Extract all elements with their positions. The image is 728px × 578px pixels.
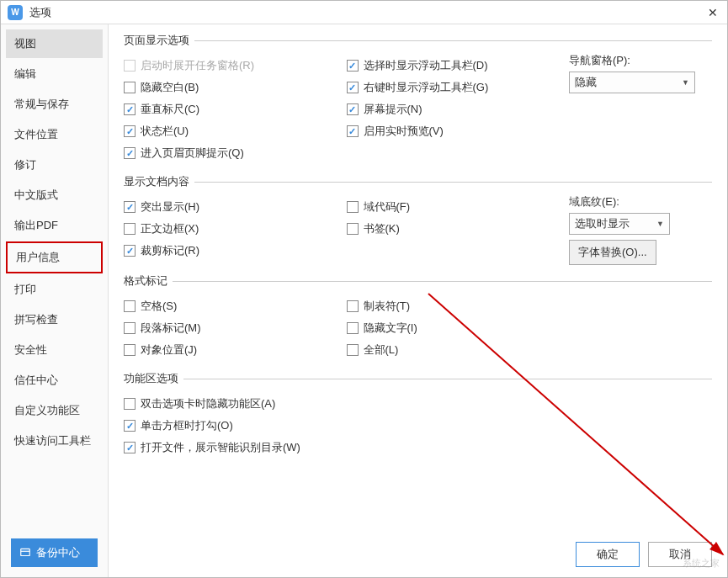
ribbon-opt-0-checkbox[interactable] xyxy=(124,398,136,410)
format-mark-opt-1-checkbox[interactable] xyxy=(124,322,136,334)
format-mark-opt-1-label: 段落标记(M) xyxy=(141,321,201,336)
page-display-opt-b-3-checkbox[interactable] xyxy=(347,125,359,137)
cancel-button[interactable]: 取消 xyxy=(648,542,712,567)
doc-content-opt-0: 突出显示(H) xyxy=(124,198,347,216)
sidebar-item-2[interactable]: 常规与保存 xyxy=(6,90,103,119)
chevron-down-icon: ▼ xyxy=(656,220,664,228)
sidebar: 视图编辑常规与保存文件位置修订中文版式输出PDF用户信息打印拼写检查安全性信任中… xyxy=(1,24,109,577)
format-mark-opt-0-checkbox[interactable] xyxy=(124,300,136,312)
nav-pane-label: 导航窗格(P): xyxy=(569,53,712,68)
format-mark-opt-b-0: 制表符(T) xyxy=(347,297,570,316)
page-display-opt-b-2-checkbox[interactable] xyxy=(347,103,359,115)
format-mark-opt-0-label: 空格(S) xyxy=(141,299,177,314)
format-mark-opt-b-2-label: 全部(L) xyxy=(364,342,399,358)
group-format-marks: 格式标记 空格(S)段落标记(M)对象位置(J) 制表符(T)隐藏文字(I)全部… xyxy=(124,273,712,363)
field-shading-label: 域底纹(E): xyxy=(569,194,712,209)
page-display-opt-0-checkbox xyxy=(124,60,136,72)
page-display-opt-3-label: 状态栏(U) xyxy=(141,124,189,139)
page-display-opt-4-checkbox[interactable] xyxy=(124,147,136,159)
group-legend: 功能区选项 xyxy=(124,371,183,386)
backup-center-button[interactable]: 备份中心 xyxy=(11,538,98,567)
sidebar-item-5[interactable]: 中文版式 xyxy=(6,181,103,209)
page-display-opt-b-1: 右键时显示浮动工具栏(G) xyxy=(347,78,570,97)
sidebar-item-7[interactable]: 用户信息 xyxy=(6,241,103,273)
doc-content-opt-b-0: 域代码(F) xyxy=(347,198,570,216)
options-window: W 选项 ✕ 视图编辑常规与保存文件位置修订中文版式输出PDF用户信息打印拼写检… xyxy=(0,0,728,578)
doc-content-opt-b-0-checkbox[interactable] xyxy=(347,201,359,213)
ribbon-opt-2-label: 打开文件，展示智能识别目录(W) xyxy=(141,440,300,455)
ribbon-opt-0-label: 双击选项卡时隐藏功能区(A) xyxy=(141,396,275,411)
sidebar-item-0[interactable]: 视图 xyxy=(6,29,103,58)
page-display-opt-3: 状态栏(U) xyxy=(124,122,347,141)
page-display-opt-0: 启动时展开任务窗格(R) xyxy=(124,56,347,75)
format-mark-opt-1: 段落标记(M) xyxy=(124,319,347,337)
ribbon-opt-0: 双击选项卡时隐藏功能区(A) xyxy=(124,395,712,413)
doc-content-opt-0-label: 突出显示(H) xyxy=(141,199,199,215)
field-shading-select[interactable]: 选取时显示 ▼ xyxy=(569,213,670,235)
page-display-opt-b-3: 启用实时预览(V) xyxy=(347,122,570,141)
format-mark-opt-b-1: 隐藏文字(I) xyxy=(347,319,570,337)
format-mark-opt-b-2-checkbox[interactable] xyxy=(347,344,359,356)
sidebar-item-9[interactable]: 拼写检查 xyxy=(6,305,103,334)
sidebar-item-12[interactable]: 自定义功能区 xyxy=(6,396,103,425)
ribbon-opt-1-label: 单击方框时打勾(O) xyxy=(141,418,233,433)
page-display-opt-4-label: 进入页眉页脚提示(Q) xyxy=(141,146,244,161)
doc-content-opt-1-checkbox[interactable] xyxy=(124,223,136,235)
page-display-opt-b-0-checkbox[interactable] xyxy=(347,60,359,72)
doc-content-opt-2-checkbox[interactable] xyxy=(124,245,136,257)
app-logo-icon: W xyxy=(8,5,23,20)
format-mark-opt-2-checkbox[interactable] xyxy=(124,344,136,356)
sidebar-item-3[interactable]: 文件位置 xyxy=(6,120,103,149)
sidebar-item-11[interactable]: 信任中心 xyxy=(6,366,103,395)
doc-content-opt-b-1: 书签(K) xyxy=(347,220,570,238)
page-display-opt-1: 隐藏空白(B) xyxy=(124,78,347,97)
format-mark-opt-b-1-checkbox[interactable] xyxy=(347,322,359,334)
ribbon-opt-1: 单击方框时打勾(O) xyxy=(124,416,712,435)
page-display-opt-2-checkbox[interactable] xyxy=(124,103,136,115)
ribbon-opt-1-checkbox[interactable] xyxy=(124,420,136,432)
page-display-opt-3-checkbox[interactable] xyxy=(124,125,136,137)
page-display-opt-b-0-label: 选择时显示浮动工具栏(D) xyxy=(364,58,488,73)
window-body: 视图编辑常规与保存文件位置修订中文版式输出PDF用户信息打印拼写检查安全性信任中… xyxy=(1,24,727,577)
ribbon-opt-2-checkbox[interactable] xyxy=(124,442,136,453)
page-display-opt-1-label: 隐藏空白(B) xyxy=(141,80,199,95)
backup-icon xyxy=(19,547,31,559)
sidebar-item-10[interactable]: 安全性 xyxy=(6,336,103,364)
format-mark-opt-b-2: 全部(L) xyxy=(347,341,570,359)
ok-button[interactable]: 确定 xyxy=(576,542,640,567)
doc-content-opt-2: 裁剪标记(R) xyxy=(124,241,347,260)
sidebar-item-13[interactable]: 快速访问工具栏 xyxy=(6,427,103,455)
page-display-opt-b-1-checkbox[interactable] xyxy=(347,82,359,93)
doc-content-opt-b-0-label: 域代码(F) xyxy=(364,199,411,215)
chevron-down-icon: ▼ xyxy=(682,78,689,87)
format-mark-opt-b-0-label: 制表符(T) xyxy=(364,299,411,314)
doc-content-opt-b-1-checkbox[interactable] xyxy=(347,223,359,235)
sidebar-item-1[interactable]: 编辑 xyxy=(6,60,103,88)
content-panel: 页面显示选项 启动时展开任务窗格(R)隐藏空白(B)垂直标尺(C)状态栏(U)进… xyxy=(109,24,727,577)
group-page-display: 页面显示选项 启动时展开任务窗格(R)隐藏空白(B)垂直标尺(C)状态栏(U)进… xyxy=(124,33,712,166)
titlebar: W 选项 ✕ xyxy=(1,1,727,24)
nav-pane-value: 隐藏 xyxy=(575,75,597,90)
sidebar-item-8[interactable]: 打印 xyxy=(6,275,103,304)
group-doc-content: 显示文档内容 突出显示(H)正文边框(X)裁剪标记(R) 域代码(F)书签(K)… xyxy=(124,174,712,265)
page-display-opt-b-2: 屏幕提示(N) xyxy=(347,100,570,119)
svg-rect-0 xyxy=(21,549,30,555)
page-display-opt-b-2-label: 屏幕提示(N) xyxy=(364,102,422,117)
group-legend: 格式标记 xyxy=(124,273,173,289)
sidebar-item-6[interactable]: 输出PDF xyxy=(6,211,103,240)
format-mark-opt-b-1-label: 隐藏文字(I) xyxy=(364,321,417,336)
format-mark-opt-b-0-checkbox[interactable] xyxy=(347,300,359,312)
doc-content-opt-1-label: 正文边框(X) xyxy=(141,221,199,236)
doc-content-opt-0-checkbox[interactable] xyxy=(124,201,136,213)
format-mark-opt-2: 对象位置(J) xyxy=(124,341,347,359)
page-display-opt-4: 进入页眉页脚提示(Q) xyxy=(124,144,347,162)
doc-content-opt-b-1-label: 书签(K) xyxy=(364,221,400,236)
group-legend: 显示文档内容 xyxy=(124,174,194,189)
nav-pane-select[interactable]: 隐藏 ▼ xyxy=(569,72,695,93)
backup-label: 备份中心 xyxy=(36,545,80,560)
sidebar-item-4[interactable]: 修订 xyxy=(6,151,103,179)
close-icon[interactable]: ✕ xyxy=(705,5,720,20)
page-display-opt-1-checkbox[interactable] xyxy=(124,82,136,93)
page-display-opt-2: 垂直标尺(C) xyxy=(124,100,347,119)
font-substitution-button[interactable]: 字体替换(O)... xyxy=(569,240,656,265)
